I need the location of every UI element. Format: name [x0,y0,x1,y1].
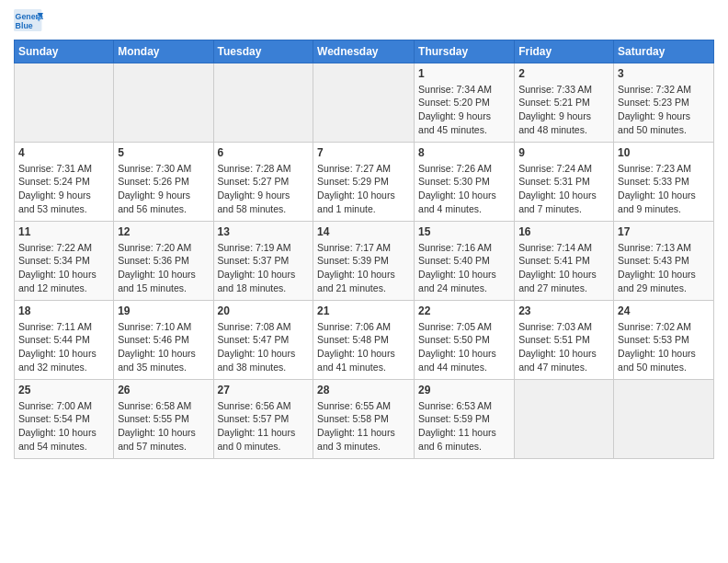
day-info: Sunrise: 6:53 AM [418,399,510,413]
day-info: and 57 minutes. [118,440,209,454]
weekday-header-friday: Friday [515,40,614,63]
day-info: Sunrise: 7:30 AM [118,162,209,176]
day-info: Sunrise: 7:32 AM [618,83,710,97]
calendar-cell: 19Sunrise: 7:10 AMSunset: 5:46 PMDayligh… [114,301,213,380]
day-info: Sunset: 5:26 PM [118,175,209,189]
calendar-table: SundayMondayTuesdayWednesdayThursdayFrid… [14,40,714,459]
day-info: Sunrise: 7:26 AM [418,162,510,176]
logo-icon: General Blue [14,9,43,35]
weekday-header-thursday: Thursday [415,40,515,63]
calendar-cell: 25Sunrise: 7:00 AMSunset: 5:54 PMDayligh… [15,380,114,459]
calendar-cell: 9Sunrise: 7:24 AMSunset: 5:31 PMDaylight… [515,143,614,222]
day-number: 5 [118,145,209,161]
day-info: Sunset: 5:53 PM [618,333,710,347]
calendar-cell: 23Sunrise: 7:03 AMSunset: 5:51 PMDayligh… [515,301,614,380]
day-info: and 7 minutes. [518,202,609,216]
calendar-cell: 8Sunrise: 7:26 AMSunset: 5:30 PMDaylight… [415,143,515,222]
day-info: Daylight: 10 hours [118,268,209,282]
day-info: Sunset: 5:51 PM [518,333,609,347]
calendar-cell: 28Sunrise: 6:55 AMSunset: 5:58 PMDayligh… [313,380,415,459]
day-info: Daylight: 10 hours [518,189,609,202]
calendar-cell: 13Sunrise: 7:19 AMSunset: 5:37 PMDayligh… [213,222,313,301]
day-info: Daylight: 10 hours [317,189,410,202]
day-info: and 48 minutes. [518,123,609,137]
day-info: and 9 minutes. [618,202,710,216]
day-info: Daylight: 11 hours [317,426,410,440]
day-info: Daylight: 10 hours [418,347,510,361]
day-info: Sunset: 5:40 PM [418,254,510,268]
day-info: Sunset: 5:57 PM [218,412,310,426]
day-info: Sunset: 5:37 PM [218,254,310,268]
day-info: Daylight: 10 hours [18,347,109,361]
calendar-cell: 7Sunrise: 7:27 AMSunset: 5:29 PMDaylight… [313,143,415,222]
day-info: and 15 minutes. [118,282,209,295]
day-info: Sunrise: 7:08 AM [218,320,310,334]
day-info: Daylight: 10 hours [618,268,710,282]
day-info: and 54 minutes. [18,440,109,454]
day-info: and 29 minutes. [618,282,710,295]
day-info: Sunrise: 7:33 AM [518,83,609,97]
calendar-week-3: 11Sunrise: 7:22 AMSunset: 5:34 PMDayligh… [15,222,714,301]
day-number: 26 [118,383,209,398]
calendar-cell: 5Sunrise: 7:30 AMSunset: 5:26 PMDaylight… [114,143,213,222]
weekday-header-row: SundayMondayTuesdayWednesdayThursdayFrid… [15,40,714,63]
day-info: Sunrise: 6:55 AM [317,399,410,413]
day-info: Sunset: 5:58 PM [317,412,410,426]
day-info: Daylight: 9 hours [18,189,109,202]
day-info: Daylight: 10 hours [518,347,609,361]
day-info: Sunrise: 7:17 AM [317,241,410,255]
day-number: 27 [218,383,310,398]
calendar-cell [114,63,213,143]
calendar-cell: 16Sunrise: 7:14 AMSunset: 5:41 PMDayligh… [515,222,614,301]
day-info: Sunset: 5:44 PM [18,333,109,347]
day-number: 25 [18,383,109,398]
day-info: Sunset: 5:34 PM [18,254,109,268]
day-info: and 24 minutes. [418,282,510,295]
day-info: Daylight: 10 hours [317,268,410,282]
calendar-cell: 12Sunrise: 7:20 AMSunset: 5:36 PMDayligh… [114,222,213,301]
day-info: Daylight: 10 hours [118,347,209,361]
day-info: Sunrise: 7:02 AM [618,320,710,334]
calendar-header: SundayMondayTuesdayWednesdayThursdayFrid… [15,40,714,63]
calendar-cell [213,63,313,143]
day-info: and 50 minutes. [618,123,710,137]
logo: General Blue [14,9,43,35]
day-number: 23 [518,304,609,319]
calendar-cell [313,63,415,143]
calendar-cell [515,380,614,459]
day-number: 14 [317,224,410,240]
day-number: 13 [218,224,310,240]
day-info: and 41 minutes. [317,361,410,374]
day-number: 3 [618,66,710,82]
day-info: Sunset: 5:33 PM [618,175,710,189]
calendar-cell: 22Sunrise: 7:05 AMSunset: 5:50 PMDayligh… [415,301,515,380]
day-info: Daylight: 11 hours [418,426,510,440]
day-info: Sunset: 5:24 PM [18,175,109,189]
day-info: and 0 minutes. [218,440,310,454]
day-info: Sunrise: 7:05 AM [418,320,510,334]
day-info: Daylight: 10 hours [218,268,310,282]
day-info: Daylight: 10 hours [618,347,710,361]
calendar-cell: 18Sunrise: 7:11 AMSunset: 5:44 PMDayligh… [15,301,114,380]
calendar-week-5: 25Sunrise: 7:00 AMSunset: 5:54 PMDayligh… [15,380,714,459]
calendar-body: 1Sunrise: 7:34 AMSunset: 5:20 PMDaylight… [15,63,714,459]
weekday-header-tuesday: Tuesday [213,40,313,63]
calendar-cell: 29Sunrise: 6:53 AMSunset: 5:59 PMDayligh… [415,380,515,459]
day-info: Sunset: 5:39 PM [317,254,410,268]
day-info: and 3 minutes. [317,440,410,454]
day-info: and 4 minutes. [418,202,510,216]
day-number: 8 [418,145,510,161]
calendar-cell: 24Sunrise: 7:02 AMSunset: 5:53 PMDayligh… [614,301,714,380]
day-info: and 6 minutes. [418,440,510,454]
weekday-header-wednesday: Wednesday [313,40,415,63]
calendar-cell: 2Sunrise: 7:33 AMSunset: 5:21 PMDaylight… [515,63,614,143]
day-info: Sunrise: 7:19 AM [218,241,310,255]
day-info: Sunset: 5:55 PM [118,412,209,426]
day-info: Daylight: 9 hours [518,109,609,123]
calendar-cell [614,380,714,459]
day-info: Sunrise: 7:06 AM [317,320,410,334]
day-info: Sunset: 5:36 PM [118,254,209,268]
day-number: 7 [317,145,410,161]
day-info: Daylight: 10 hours [218,347,310,361]
day-info: Sunset: 5:41 PM [518,254,609,268]
